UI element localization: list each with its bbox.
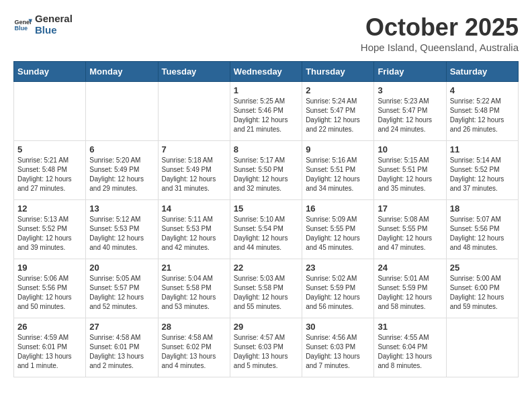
calendar-cell: 5Sunrise: 5:21 AM Sunset: 5:48 PM Daylig… — [14, 141, 86, 200]
calendar-cell: 21Sunrise: 5:04 AM Sunset: 5:58 PM Dayli… — [158, 259, 230, 318]
cell-info: Sunrise: 4:58 AM Sunset: 6:01 PM Dayligh… — [89, 333, 154, 371]
calendar-cell: 6Sunrise: 5:20 AM Sunset: 5:49 PM Daylig… — [86, 141, 158, 200]
weekday-monday: Monday — [86, 62, 158, 82]
week-row-3: 19Sunrise: 5:06 AM Sunset: 5:56 PM Dayli… — [14, 259, 519, 318]
day-number: 4 — [450, 85, 515, 95]
weekday-sunday: Sunday — [14, 62, 86, 82]
calendar-cell — [14, 82, 86, 141]
day-number: 3 — [378, 85, 442, 95]
cell-info: Sunrise: 5:21 AM Sunset: 5:48 PM Dayligh… — [17, 156, 82, 193]
calendar-body: 1Sunrise: 5:25 AM Sunset: 5:46 PM Daylig… — [14, 82, 519, 377]
cell-info: Sunrise: 5:04 AM Sunset: 5:58 PM Dayligh… — [162, 274, 226, 312]
day-number: 31 — [378, 322, 442, 332]
cell-info: Sunrise: 5:07 AM Sunset: 5:56 PM Dayligh… — [450, 215, 515, 253]
day-number: 28 — [162, 322, 226, 332]
day-number: 27 — [89, 322, 154, 332]
calendar-cell: 4Sunrise: 5:22 AM Sunset: 5:48 PM Daylig… — [446, 82, 518, 141]
logo-general: General — [35, 13, 73, 25]
day-number: 9 — [306, 144, 370, 154]
weekday-saturday: Saturday — [446, 62, 518, 82]
calendar-cell: 29Sunrise: 4:57 AM Sunset: 6:03 PM Dayli… — [230, 318, 302, 377]
weekday-header: SundayMondayTuesdayWednesdayThursdayFrid… — [14, 62, 519, 82]
calendar-cell: 28Sunrise: 4:58 AM Sunset: 6:02 PM Dayli… — [158, 318, 230, 377]
calendar-cell: 22Sunrise: 5:03 AM Sunset: 5:58 PM Dayli… — [230, 259, 302, 318]
day-number: 16 — [306, 203, 370, 214]
week-row-4: 26Sunrise: 4:59 AM Sunset: 6:01 PM Dayli… — [14, 318, 519, 377]
month-title: October 2025 — [361, 13, 519, 42]
day-number: 14 — [162, 203, 226, 214]
calendar-cell: 19Sunrise: 5:06 AM Sunset: 5:56 PM Dayli… — [14, 259, 86, 318]
week-row-2: 12Sunrise: 5:13 AM Sunset: 5:52 PM Dayli… — [14, 200, 519, 259]
day-number: 7 — [162, 144, 226, 154]
calendar-cell — [446, 318, 518, 377]
day-number: 21 — [162, 263, 226, 273]
cell-info: Sunrise: 5:23 AM Sunset: 5:47 PM Dayligh… — [378, 97, 442, 134]
calendar-cell: 17Sunrise: 5:08 AM Sunset: 5:55 PM Dayli… — [374, 200, 446, 259]
day-number: 10 — [378, 144, 442, 154]
calendar-cell: 12Sunrise: 5:13 AM Sunset: 5:52 PM Dayli… — [14, 200, 86, 259]
week-row-0: 1Sunrise: 5:25 AM Sunset: 5:46 PM Daylig… — [14, 82, 519, 141]
day-number: 24 — [378, 263, 442, 273]
calendar-cell — [86, 82, 158, 141]
calendar-table: SundayMondayTuesdayWednesdayThursdayFrid… — [13, 61, 519, 377]
cell-info: Sunrise: 5:24 AM Sunset: 5:47 PM Dayligh… — [306, 97, 370, 134]
calendar-cell: 15Sunrise: 5:10 AM Sunset: 5:54 PM Dayli… — [230, 200, 302, 259]
calendar-cell: 24Sunrise: 5:01 AM Sunset: 5:59 PM Dayli… — [374, 259, 446, 318]
cell-info: Sunrise: 5:13 AM Sunset: 5:52 PM Dayligh… — [17, 215, 82, 253]
calendar-cell: 10Sunrise: 5:15 AM Sunset: 5:51 PM Dayli… — [374, 141, 446, 200]
day-number: 19 — [17, 263, 82, 273]
cell-info: Sunrise: 5:08 AM Sunset: 5:55 PM Dayligh… — [378, 215, 442, 253]
day-number: 26 — [17, 322, 82, 332]
day-number: 29 — [234, 322, 298, 332]
cell-info: Sunrise: 5:00 AM Sunset: 6:00 PM Dayligh… — [450, 274, 515, 312]
week-row-1: 5Sunrise: 5:21 AM Sunset: 5:48 PM Daylig… — [14, 141, 519, 200]
day-number: 8 — [234, 144, 298, 154]
day-number: 20 — [89, 263, 154, 273]
logo: General Blue General Blue — [13, 13, 73, 36]
day-number: 17 — [378, 203, 442, 214]
cell-info: Sunrise: 5:18 AM Sunset: 5:49 PM Dayligh… — [162, 156, 226, 193]
cell-info: Sunrise: 5:22 AM Sunset: 5:48 PM Dayligh… — [450, 97, 515, 134]
cell-info: Sunrise: 5:11 AM Sunset: 5:53 PM Dayligh… — [162, 215, 226, 253]
calendar-cell: 20Sunrise: 5:05 AM Sunset: 5:57 PM Dayli… — [86, 259, 158, 318]
cell-info: Sunrise: 5:10 AM Sunset: 5:54 PM Dayligh… — [234, 215, 298, 253]
day-number: 30 — [306, 322, 370, 332]
cell-info: Sunrise: 4:59 AM Sunset: 6:01 PM Dayligh… — [17, 333, 82, 371]
calendar-cell — [158, 82, 230, 141]
cell-info: Sunrise: 5:12 AM Sunset: 5:53 PM Dayligh… — [89, 215, 154, 253]
day-number: 13 — [89, 203, 154, 214]
cell-info: Sunrise: 5:20 AM Sunset: 5:49 PM Dayligh… — [89, 156, 154, 193]
calendar-cell: 31Sunrise: 4:55 AM Sunset: 6:04 PM Dayli… — [374, 318, 446, 377]
calendar-cell: 14Sunrise: 5:11 AM Sunset: 5:53 PM Dayli… — [158, 200, 230, 259]
cell-info: Sunrise: 4:57 AM Sunset: 6:03 PM Dayligh… — [234, 333, 298, 371]
weekday-tuesday: Tuesday — [158, 62, 230, 82]
weekday-friday: Friday — [374, 62, 446, 82]
day-number: 6 — [89, 144, 154, 154]
calendar-cell: 25Sunrise: 5:00 AM Sunset: 6:00 PM Dayli… — [446, 259, 518, 318]
calendar-cell: 3Sunrise: 5:23 AM Sunset: 5:47 PM Daylig… — [374, 82, 446, 141]
day-number: 11 — [450, 144, 515, 154]
day-number: 5 — [17, 144, 82, 154]
cell-info: Sunrise: 5:15 AM Sunset: 5:51 PM Dayligh… — [378, 156, 442, 193]
calendar-cell: 30Sunrise: 4:56 AM Sunset: 6:03 PM Dayli… — [302, 318, 374, 377]
day-number: 2 — [306, 85, 370, 95]
calendar-cell: 27Sunrise: 4:58 AM Sunset: 6:01 PM Dayli… — [86, 318, 158, 377]
calendar-cell: 8Sunrise: 5:17 AM Sunset: 5:50 PM Daylig… — [230, 141, 302, 200]
cell-info: Sunrise: 5:17 AM Sunset: 5:50 PM Dayligh… — [234, 156, 298, 193]
cell-info: Sunrise: 5:03 AM Sunset: 5:58 PM Dayligh… — [234, 274, 298, 312]
calendar-cell: 11Sunrise: 5:14 AM Sunset: 5:52 PM Dayli… — [446, 141, 518, 200]
location-subtitle: Hope Island, Queensland, Australia — [361, 42, 519, 53]
weekday-thursday: Thursday — [302, 62, 374, 82]
calendar-cell: 18Sunrise: 5:07 AM Sunset: 5:56 PM Dayli… — [446, 200, 518, 259]
calendar-cell: 23Sunrise: 5:02 AM Sunset: 5:59 PM Dayli… — [302, 259, 374, 318]
day-number: 22 — [234, 263, 298, 273]
calendar-cell: 13Sunrise: 5:12 AM Sunset: 5:53 PM Dayli… — [86, 200, 158, 259]
day-number: 25 — [450, 263, 515, 273]
cell-info: Sunrise: 5:01 AM Sunset: 5:59 PM Dayligh… — [378, 274, 442, 312]
cell-info: Sunrise: 4:55 AM Sunset: 6:04 PM Dayligh… — [378, 333, 442, 371]
cell-info: Sunrise: 4:56 AM Sunset: 6:03 PM Dayligh… — [306, 333, 370, 371]
day-number: 23 — [306, 263, 370, 273]
calendar-cell: 26Sunrise: 4:59 AM Sunset: 6:01 PM Dayli… — [14, 318, 86, 377]
svg-text:Blue: Blue — [14, 25, 28, 32]
cell-info: Sunrise: 4:58 AM Sunset: 6:02 PM Dayligh… — [162, 333, 226, 371]
